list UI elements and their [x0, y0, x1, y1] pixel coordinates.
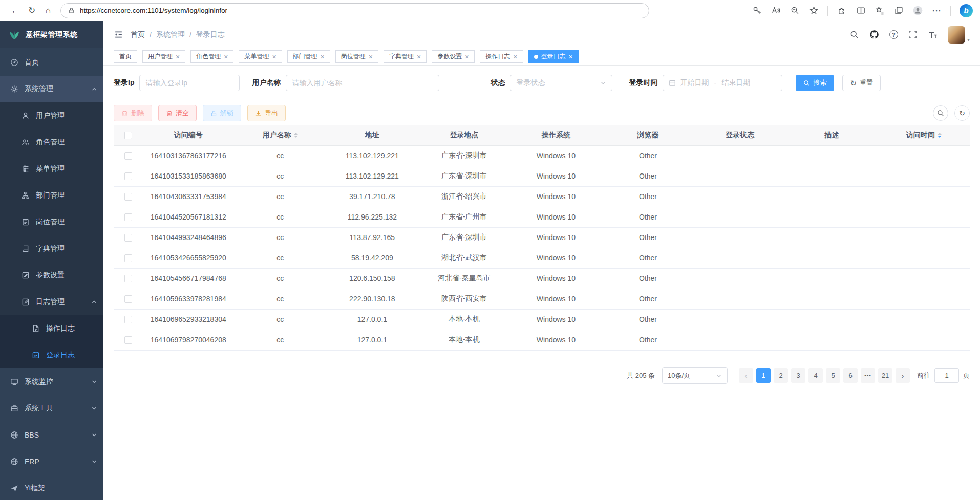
browser-refresh-button[interactable]: ↻	[24, 3, 40, 19]
row-checkbox[interactable]	[124, 193, 132, 201]
tab-operation-log[interactable]: 操作日志×	[480, 50, 523, 63]
password-key-icon[interactable]	[752, 6, 762, 16]
tab-close-icon[interactable]: ×	[465, 53, 469, 60]
sidebar-item-home[interactable]: 首页	[0, 49, 103, 76]
browser-home-button[interactable]: ⌂	[40, 3, 56, 19]
sidebar-item-post-admin[interactable]: 岗位管理	[0, 209, 103, 235]
tab-home[interactable]: 首页	[114, 50, 137, 63]
sidebar-item-operation-log[interactable]: 操作日志	[0, 315, 103, 342]
split-screen-icon[interactable]	[856, 6, 866, 16]
reset-button[interactable]: ↻ 重置	[842, 75, 881, 91]
sidebar-item-erp[interactable]: ERP	[0, 448, 103, 475]
tab-dict-admin[interactable]: 字典管理×	[384, 50, 427, 63]
date-range-picker[interactable]: 开始日期 - 结束日期	[663, 75, 782, 91]
sort-desc-caret[interactable]	[294, 136, 298, 138]
sort-carets[interactable]	[938, 133, 942, 138]
breadcrumb-item[interactable]: 系统管理	[156, 30, 185, 39]
sort-carets[interactable]	[294, 133, 298, 138]
clear-button[interactable]: 清空	[158, 105, 197, 121]
sidebar-item-user-admin[interactable]: 用户管理	[0, 102, 103, 129]
search-button[interactable]: 搜索	[796, 75, 834, 91]
read-aloud-icon[interactable]	[771, 6, 781, 16]
sidebar-item-login-log[interactable]: 登录日志	[0, 342, 103, 368]
tab-role-admin[interactable]: 角色管理×	[190, 50, 233, 63]
sidebar-item-dept-admin[interactable]: 部门管理	[0, 182, 103, 209]
prev-page-button[interactable]: ‹	[739, 368, 753, 383]
zoom-out-icon[interactable]	[790, 6, 800, 16]
row-checkbox[interactable]	[124, 254, 132, 262]
tab-menu-admin[interactable]: 菜单管理×	[239, 50, 282, 63]
delete-button[interactable]: 删除	[114, 105, 152, 121]
tab-login-log[interactable]: 登录日志×	[528, 50, 579, 63]
row-checkbox[interactable]	[124, 275, 132, 282]
favorites-icon[interactable]	[875, 6, 885, 16]
browser-profile-avatar[interactable]	[912, 6, 923, 16]
select-all-checkbox[interactable]	[124, 132, 132, 139]
user-name-input[interactable]	[292, 79, 433, 87]
status-select[interactable]: 登录状态	[510, 75, 612, 91]
page-button-21[interactable]: 21	[878, 368, 892, 383]
row-checkbox[interactable]	[124, 234, 132, 242]
page-button-3[interactable]: 3	[791, 368, 805, 383]
tab-close-icon[interactable]: ×	[176, 53, 180, 60]
tab-close-icon[interactable]: ×	[272, 53, 276, 60]
row-checkbox[interactable]	[124, 213, 132, 221]
page-button-5[interactable]: 5	[826, 368, 840, 383]
tab-close-icon[interactable]: ×	[369, 53, 373, 60]
user-name-field[interactable]	[286, 75, 439, 91]
login-ip-input[interactable]	[145, 79, 233, 87]
sidebar-item-yi-framework[interactable]: Yi框架	[0, 475, 103, 500]
add-favorite-star-icon[interactable]	[808, 6, 819, 16]
sidebar-item-system-tools[interactable]: 系统工具	[0, 395, 103, 422]
tab-user-admin[interactable]: 用户管理×	[142, 50, 185, 63]
tab-close-icon[interactable]: ×	[513, 53, 517, 60]
row-checkbox[interactable]	[124, 316, 132, 323]
row-checkbox[interactable]	[124, 336, 132, 344]
fullscreen-icon[interactable]	[908, 30, 918, 40]
page-more-button[interactable]: •••	[861, 368, 875, 383]
tab-close-icon[interactable]: ×	[417, 53, 421, 60]
page-button-2[interactable]: 2	[774, 368, 788, 383]
collections-icon[interactable]	[893, 6, 904, 16]
sort-desc-caret[interactable]	[938, 136, 942, 138]
collapse-sidebar-icon[interactable]	[114, 30, 123, 39]
page-button-4[interactable]: 4	[808, 368, 823, 383]
sidebar-item-system-monitor[interactable]: 系统监控	[0, 368, 103, 395]
sidebar-item-system-admin[interactable]: 系统管理	[0, 76, 103, 102]
page-button-1[interactable]: 1	[756, 368, 771, 383]
header-search-icon[interactable]	[849, 30, 860, 40]
column-header-time[interactable]: 访问时间	[878, 125, 970, 145]
sidebar-item-menu-admin[interactable]: 菜单管理	[0, 156, 103, 182]
export-button[interactable]: 导出	[247, 105, 286, 121]
page-button-6[interactable]: 6	[843, 368, 858, 383]
toggle-search-button[interactable]	[933, 105, 948, 121]
tab-close-icon[interactable]: ×	[569, 53, 573, 60]
sidebar-item-dict-admin[interactable]: 字典管理	[0, 235, 103, 262]
tab-dept-admin[interactable]: 部门管理×	[287, 50, 330, 63]
breadcrumb-item[interactable]: 首页	[131, 30, 145, 39]
tab-close-icon[interactable]: ×	[224, 53, 228, 60]
page-size-select[interactable]: 10条/页	[662, 367, 728, 384]
goto-page-input[interactable]	[934, 368, 959, 383]
font-size-icon[interactable]	[928, 30, 938, 40]
row-checkbox[interactable]	[124, 295, 132, 303]
sidebar-item-bbs[interactable]: BBS	[0, 422, 103, 448]
help-icon[interactable]: ?	[889, 30, 898, 39]
user-avatar-wrap[interactable]: ▾	[948, 26, 970, 44]
end-date-placeholder[interactable]: 结束日期	[721, 78, 750, 88]
tab-close-icon[interactable]: ×	[321, 53, 325, 60]
start-date-placeholder[interactable]: 开始日期	[680, 78, 709, 88]
extensions-icon[interactable]	[837, 6, 847, 16]
sidebar-item-log-admin[interactable]: 日志管理	[0, 289, 103, 315]
bing-copilot-button[interactable]: b	[960, 4, 973, 17]
sidebar-item-param-settings[interactable]: 参数设置	[0, 262, 103, 289]
browser-back-button[interactable]: ←	[7, 3, 24, 19]
row-checkbox[interactable]	[124, 172, 132, 180]
user-avatar[interactable]	[948, 26, 965, 44]
login-ip-field[interactable]	[139, 75, 240, 91]
sort-asc-caret[interactable]	[938, 133, 942, 135]
browser-more-button[interactable]: ⋯	[931, 6, 942, 16]
unlock-button[interactable]: 解锁	[203, 105, 241, 121]
sort-asc-caret[interactable]	[294, 133, 298, 135]
next-page-button[interactable]: ›	[896, 368, 910, 383]
